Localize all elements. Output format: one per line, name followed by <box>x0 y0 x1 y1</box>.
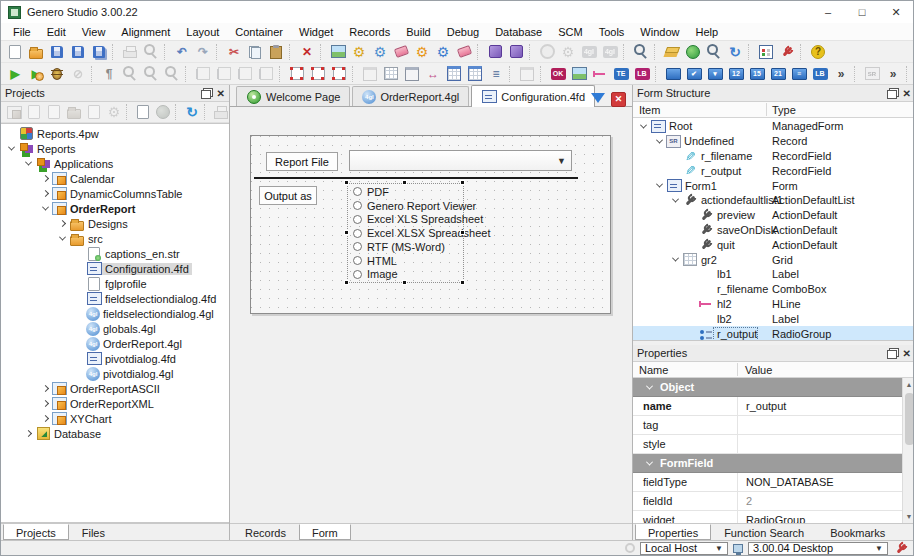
build-all-debug-button[interactable] <box>433 42 453 62</box>
tree-item-pivotdialog.4gl[interactable]: 4glpivotdialog.4gl <box>1 366 229 381</box>
close-button[interactable]: ✕ <box>879 1 913 23</box>
radiogroup-widget[interactable]: PDFGenero Report ViewerExcel XLS Spreads… <box>347 183 464 283</box>
widget-label-button[interactable]: LB <box>632 64 652 84</box>
preview-image-button[interactable] <box>328 42 348 62</box>
property-value[interactable] <box>737 435 914 453</box>
close-panel-icon[interactable]: ✕ <box>903 88 911 99</box>
tree-item-Database[interactable]: Database <box>1 426 229 441</box>
tools-config-button[interactable] <box>777 42 797 62</box>
structure-item-Form1[interactable]: Form1Form <box>633 178 914 193</box>
structure-item-r_filename[interactable]: r_filenameRecordField <box>633 149 914 164</box>
property-row-Object[interactable]: Object <box>633 378 914 397</box>
widget-combobox-button[interactable]: ▾ <box>705 64 725 84</box>
cut-button[interactable]: ✂ <box>224 42 244 62</box>
menu-debug[interactable]: Debug <box>439 23 487 41</box>
close-panel-icon[interactable]: ✕ <box>903 348 911 359</box>
save-as-button[interactable] <box>68 42 88 62</box>
float-panel-icon[interactable] <box>201 88 213 99</box>
menu-widget[interactable]: Widget <box>291 23 341 41</box>
left-tab-projects[interactable]: Projects <box>3 524 69 540</box>
show-formatting-button[interactable]: ¶ <box>99 64 119 84</box>
selection-handle-mid-right[interactable] <box>460 230 465 235</box>
widget-textarea-button[interactable]: ≡ <box>789 64 809 84</box>
menu-window[interactable]: Window <box>632 23 687 41</box>
debug-button[interactable] <box>47 64 67 84</box>
report-file-combobox-widget[interactable]: ▼ <box>349 150 572 171</box>
property-row-name[interactable]: namer_output <box>633 397 914 416</box>
close-panel-icon[interactable]: ✕ <box>217 88 225 99</box>
import-button[interactable] <box>725 42 745 62</box>
print-button[interactable] <box>120 42 140 62</box>
column-divider[interactable] <box>737 363 738 376</box>
column-item[interactable]: Item <box>633 104 660 116</box>
undo-button[interactable]: ↶ <box>172 42 192 62</box>
chevron-down-icon[interactable] <box>653 183 666 188</box>
selection-handle-top-right[interactable] <box>460 180 465 185</box>
tree-item-OrderReport[interactable]: OrderReport <box>1 201 229 216</box>
environment-select[interactable]: 3.00.04 Desktop ▼ <box>748 542 888 555</box>
container-folder-button[interactable] <box>517 64 537 84</box>
tree-item-Applications[interactable]: Applications <box>1 156 229 171</box>
radio-option-Excel-XLSX-Spreadsheet[interactable]: Excel XLSX Spreadsheet <box>353 227 463 239</box>
chevron-right-icon[interactable] <box>39 386 52 391</box>
same-size-button[interactable] <box>287 64 307 84</box>
widget-dateedit-button[interactable]: 12 <box>726 64 746 84</box>
property-value[interactable]: NON_DATABASE <box>737 473 914 491</box>
chevron-right-icon[interactable] <box>39 416 52 421</box>
chevron-down-icon[interactable] <box>637 124 650 129</box>
structure-item-actiondefaultlist1[interactable]: actiondefaultlist1ActionDefaultList <box>633 193 914 208</box>
right-tab-function-search[interactable]: Function Search <box>711 524 817 540</box>
node-properties-button[interactable] <box>84 102 104 122</box>
build-button[interactable] <box>349 42 369 62</box>
container-scrollgrid-button[interactable] <box>465 64 485 84</box>
tab-Configuration.4fd[interactable]: Configuration.4fd <box>471 85 595 107</box>
clean-all-button[interactable] <box>454 42 474 62</box>
build-debug-button[interactable] <box>370 42 390 62</box>
scroll-up-icon[interactable]: ▲ <box>903 378 914 391</box>
menu-view[interactable]: View <box>74 23 114 41</box>
deploy-button[interactable] <box>506 42 526 62</box>
container-table-button[interactable] <box>444 64 464 84</box>
align-right-button[interactable] <box>214 64 234 84</box>
widget-checkbox-button[interactable]: ✔ <box>684 64 704 84</box>
editor-tab-form[interactable]: Form <box>299 524 351 540</box>
selection-handle-top-center[interactable] <box>402 180 407 185</box>
container-spacer-button[interactable]: ↔ <box>423 64 443 84</box>
chevron-down-icon[interactable] <box>22 161 35 166</box>
align-bottom-button[interactable] <box>256 64 276 84</box>
menu-file[interactable]: File <box>5 23 39 41</box>
structure-item-hl2[interactable]: hl2HLine <box>633 297 914 312</box>
property-row-widget[interactable]: widgetRadioGroup <box>633 511 914 523</box>
new-virtual-folder-button[interactable] <box>44 102 64 122</box>
container-tree-button[interactable] <box>486 64 506 84</box>
meta-schema-button[interactable] <box>662 42 682 62</box>
tree-item-Calendar[interactable]: Calendar <box>1 171 229 186</box>
property-value[interactable]: 2 <box>737 492 914 510</box>
menu-scm[interactable]: SCM <box>550 23 590 41</box>
chevron-right-icon[interactable] <box>22 431 35 436</box>
menu-records[interactable]: Records <box>341 23 398 41</box>
chevron-down-icon[interactable] <box>653 139 666 144</box>
scroll-thumb[interactable] <box>905 393 914 445</box>
help-button[interactable]: ? <box>808 42 828 62</box>
column-name[interactable]: Name <box>633 364 668 376</box>
chevron-down-icon[interactable] <box>56 236 69 241</box>
new-library-button[interactable] <box>24 102 44 122</box>
container-group-button[interactable] <box>402 64 422 84</box>
menu-database[interactable]: Database <box>487 23 550 41</box>
widget-hline-button[interactable] <box>590 64 610 84</box>
form-designer-canvas[interactable]: Report File ▼ Output as PDFGenero Report… <box>230 107 632 523</box>
radio-option-Excel-XLS-Spreadsheet[interactable]: Excel XLS Spreadsheet <box>353 213 463 225</box>
chevron-right-icon[interactable] <box>39 176 52 181</box>
chevron-down-icon[interactable] <box>5 146 18 151</box>
property-row-tag[interactable]: tag <box>633 416 914 435</box>
configure-button[interactable] <box>104 102 124 122</box>
property-value[interactable]: RadioGroup <box>737 511 914 523</box>
profile-button[interactable] <box>558 42 578 62</box>
more-widgets-button[interactable]: » <box>831 64 851 84</box>
column-value[interactable]: Value <box>745 364 772 376</box>
radio-option-HTML[interactable]: HTML <box>353 255 463 267</box>
column-type[interactable]: Type <box>772 104 796 116</box>
tree-item-OrderReportASCII[interactable]: OrderReportASCII <box>1 381 229 396</box>
right-tab-properties[interactable]: Properties <box>635 524 711 540</box>
